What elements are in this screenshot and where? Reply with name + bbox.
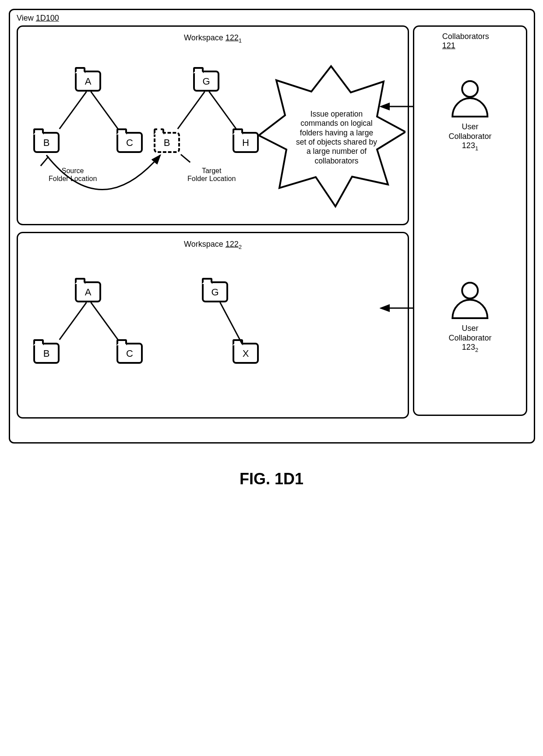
svg-point-2	[462, 283, 478, 298]
folder-B-2: B	[33, 343, 60, 364]
folder-A: A	[75, 71, 101, 92]
user-1-label: UserCollaborator 1231	[442, 122, 498, 152]
folder-B-source: B	[33, 132, 60, 153]
folder-A-2: A	[75, 281, 101, 302]
view-label: View 1D100	[17, 14, 59, 23]
svg-point-1	[462, 81, 478, 97]
folder-C: C	[116, 132, 143, 153]
folder-C-2: C	[116, 343, 143, 364]
folder-B-target: B	[154, 132, 180, 153]
user-collaborator-2: UserCollaborator 1232	[442, 281, 498, 353]
connector	[219, 302, 243, 344]
workspace-2: Workspace 1222 A B C G X	[17, 232, 409, 419]
view-frame: View 1D100 Workspace 1221 A B C G B H	[9, 9, 535, 444]
connector	[90, 91, 118, 129]
user-icon	[442, 281, 498, 320]
connector	[90, 302, 118, 340]
collaborators-title: Collaborators 121	[442, 32, 498, 50]
view-label-ref: 1D100	[36, 14, 59, 22]
move-arrow	[40, 152, 167, 209]
figure-label: FIG. 1D1	[9, 470, 534, 488]
connector	[59, 302, 87, 340]
arrow-user2-to-workspace	[380, 304, 415, 312]
folder-X-2: X	[233, 343, 259, 364]
starburst-callout: Issue operation commands on logical fold…	[257, 62, 405, 213]
folder-G-2: G	[202, 281, 228, 302]
workspace-1: Workspace 1221 A B C G B H SourceFolder …	[17, 25, 409, 225]
user-2-label: UserCollaborator 1232	[442, 324, 498, 353]
connector	[208, 91, 236, 129]
starburst-text: Issue operation commands on logical fold…	[296, 110, 377, 166]
folder-G: G	[193, 71, 219, 92]
collaborators-panel: Collaborators 121 UserCollaborator 1231 …	[413, 25, 527, 416]
workspace-1-title: Workspace 1221	[184, 33, 242, 44]
workspace-column: Workspace 1221 A B C G B H SourceFolder …	[17, 25, 406, 419]
view-label-prefix: View	[17, 14, 36, 22]
target-folder-label: TargetFolder Location	[187, 167, 236, 182]
user-icon	[442, 79, 498, 119]
user-collaborator-1: UserCollaborator 1231	[442, 79, 498, 152]
arrow-user1-to-workspace	[380, 102, 415, 111]
connector	[59, 91, 87, 129]
folder-H: H	[233, 132, 259, 153]
leader-line	[180, 154, 190, 163]
connector	[177, 91, 205, 129]
workspace-2-title: Workspace 1222	[184, 240, 242, 250]
